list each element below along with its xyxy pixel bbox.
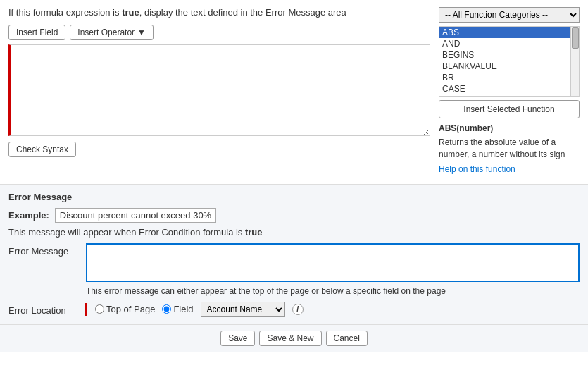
function-description-text: Returns the absolute value of a number, …	[439, 137, 580, 161]
insert-selected-function-button[interactable]: Insert Selected Function	[439, 100, 580, 118]
function-signature: ABS(number)	[439, 123, 580, 133]
check-syntax-row: Check Syntax	[8, 142, 430, 157]
example-label: Example:	[8, 210, 49, 221]
error-location-label: Error Location	[8, 302, 79, 316]
help-on-function-link[interactable]: Help on this function	[439, 164, 580, 174]
formula-textarea[interactable]	[8, 44, 430, 136]
error-location-row: Error Location Top of Page Field Account…	[8, 302, 580, 317]
scrollbar-track[interactable]	[570, 27, 579, 96]
top-section: If this formula expression is true, disp…	[0, 0, 588, 178]
formula-description: If this formula expression is true, disp…	[8, 7, 430, 18]
formula-toolbar: Insert Field Insert Operator ▼	[8, 25, 430, 40]
field-radio[interactable]	[162, 304, 171, 314]
list-item[interactable]: BLANKVALUE	[439, 61, 570, 72]
bottom-bar: Save Save & New Cancel	[0, 324, 588, 352]
field-select[interactable]: Account Name Amount Close Date Stage	[201, 302, 285, 317]
save-button[interactable]: Save	[220, 331, 255, 346]
info-icon[interactable]: i	[292, 304, 304, 315]
save-new-button[interactable]: Save & New	[259, 331, 321, 346]
field-option[interactable]: Field	[162, 304, 193, 314]
appear-text: This message will appear when Error Cond…	[8, 227, 580, 238]
example-row: Example: Discount percent cannot exceed …	[8, 208, 580, 223]
left-panel: If this formula expression is true, disp…	[8, 7, 430, 174]
list-item[interactable]: AND	[439, 38, 570, 49]
check-syntax-button[interactable]: Check Syntax	[8, 142, 76, 157]
dropdown-arrow-icon: ▼	[137, 27, 146, 37]
cancel-button[interactable]: Cancel	[326, 331, 368, 346]
insert-field-button[interactable]: Insert Field	[8, 25, 65, 40]
function-categories-select[interactable]: -- All Function Categories --	[439, 7, 580, 23]
list-item[interactable]: BEGINS	[439, 49, 570, 61]
error-message-label: Error Message	[8, 243, 79, 257]
list-item[interactable]: BR	[439, 72, 570, 83]
list-item[interactable]: CASE	[439, 83, 570, 94]
insert-operator-button[interactable]: Insert Operator ▼	[70, 25, 154, 40]
top-of-page-option[interactable]: Top of Page	[95, 304, 155, 314]
error-message-section: Error Message Example: Discount percent …	[0, 184, 588, 324]
top-of-page-radio[interactable]	[95, 304, 104, 314]
function-list-container: ABS AND BEGINS BLANKVALUE BR CASE	[439, 26, 580, 97]
function-list: ABS AND BEGINS BLANKVALUE BR CASE	[439, 27, 570, 96]
error-message-form-row: Error Message	[8, 243, 580, 282]
scrollbar-thumb[interactable]	[572, 27, 579, 49]
section-title: Error Message	[8, 192, 580, 202]
list-item[interactable]: ABS	[439, 27, 570, 38]
right-panel: -- All Function Categories -- ABS AND BE…	[439, 7, 580, 174]
location-options: Top of Page Field Account Name Amount Cl…	[95, 302, 304, 317]
error-message-textarea[interactable]	[86, 243, 580, 282]
example-value: Discount percent cannot exceed 30%	[55, 208, 216, 223]
red-bar-icon	[85, 303, 87, 316]
error-location-info: This error message can either appear at …	[8, 286, 580, 296]
